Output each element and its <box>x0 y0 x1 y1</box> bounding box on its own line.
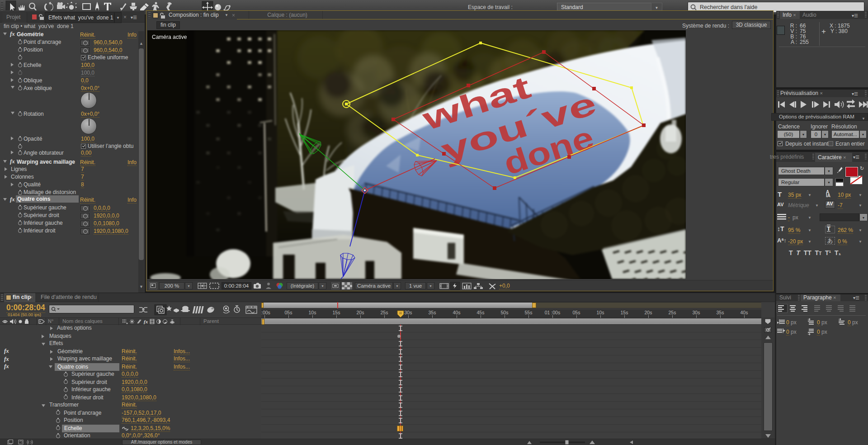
svg-text:fx: fx <box>144 319 148 324</box>
